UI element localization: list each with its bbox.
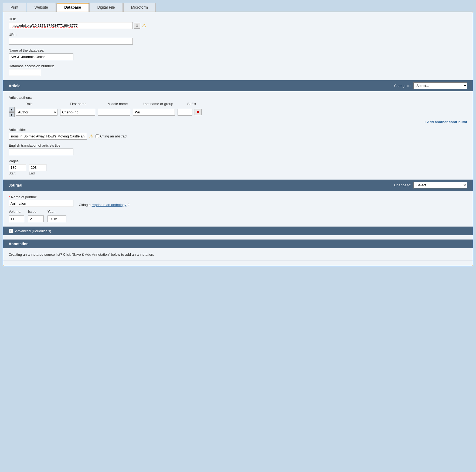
url-input[interactable] bbox=[9, 38, 133, 45]
article-section-header: Article Change to: Select... bbox=[3, 80, 473, 91]
pages-label: Pages: bbox=[9, 159, 467, 163]
contributor-lastname-input[interactable] bbox=[133, 109, 175, 116]
database-accession-group: Database accession number: bbox=[9, 64, 467, 76]
reprint-row: Citing a reprint in an anthology ? bbox=[79, 203, 129, 207]
contributor-suffix-input[interactable] bbox=[178, 109, 192, 116]
year-label: Year: bbox=[47, 210, 66, 214]
annotation-text: Creating an annotated source list? Click… bbox=[9, 252, 467, 257]
delete-contributor-button[interactable]: ✖ bbox=[195, 109, 202, 115]
article-title-group: Article title: ⚠ Citing an abstract bbox=[9, 128, 467, 140]
pages-group: Pages: Start End bbox=[9, 159, 467, 175]
url-label: URL: bbox=[9, 33, 467, 37]
col-header-suffix: Suffix bbox=[187, 102, 203, 106]
tab-microform[interactable]: Microform bbox=[123, 3, 156, 12]
database-name-group: Name of the database: bbox=[9, 48, 467, 60]
add-contributor-link[interactable]: + Add another contributor bbox=[424, 120, 467, 124]
tabs-bar: Print Website Database Digital File Micr… bbox=[3, 3, 473, 12]
issue-field: Issue: bbox=[28, 210, 44, 222]
col-header-lastname: Last name or group bbox=[143, 102, 185, 106]
contributor-role-select[interactable]: Author bbox=[16, 109, 57, 116]
doi-input[interactable] bbox=[9, 22, 133, 29]
contributor-arrows: ▲ ▼ bbox=[9, 107, 15, 117]
english-translation-group: English translation of article's title: bbox=[9, 143, 467, 155]
journal-change-to-label: Change to: bbox=[394, 183, 411, 187]
bottom-divider bbox=[3, 261, 473, 261]
required-star: * bbox=[9, 195, 10, 199]
contributor-firstname-input[interactable] bbox=[60, 109, 95, 116]
tab-database[interactable]: Database bbox=[56, 3, 89, 12]
page-start-label: Start bbox=[9, 171, 26, 175]
english-translation-input[interactable] bbox=[9, 149, 73, 155]
move-down-button[interactable]: ▼ bbox=[9, 112, 15, 117]
journal-change-to: Change to: Select... bbox=[394, 182, 467, 188]
journal-name-label: * Name of journal: bbox=[9, 195, 73, 199]
doi-label: DOI: bbox=[9, 17, 467, 21]
move-up-button[interactable]: ▲ bbox=[9, 107, 15, 112]
volume-input[interactable] bbox=[9, 215, 24, 222]
contributor-middlename-input[interactable] bbox=[98, 109, 130, 116]
journal-name-row: * Name of journal: Citing a reprint in a… bbox=[9, 195, 467, 207]
english-translation-label: English translation of article's title: bbox=[9, 143, 467, 147]
journal-name-input[interactable] bbox=[9, 200, 73, 207]
doi-group: DOI: ⊞ ⚠ bbox=[9, 17, 467, 29]
doi-warning-icon: ⚠ bbox=[141, 23, 147, 28]
page-start-field: Start bbox=[9, 164, 26, 175]
citing-abstract-checkbox[interactable] bbox=[96, 134, 99, 138]
page-end-input[interactable] bbox=[29, 164, 46, 171]
contributor-headers: Role First name Middle name Last name or… bbox=[9, 102, 467, 106]
vol-issue-year-row: Volume: Issue: Year: bbox=[9, 210, 467, 222]
advanced-plus-icon: + bbox=[9, 229, 13, 233]
database-name-label: Name of the database: bbox=[9, 48, 467, 52]
advanced-section-label: Advanced (Periodicals) bbox=[15, 229, 51, 233]
add-contributor-row: + Add another contributor bbox=[9, 120, 467, 124]
tab-website[interactable]: Website bbox=[27, 3, 56, 12]
issue-label: Issue: bbox=[28, 210, 44, 214]
page-end-label: End bbox=[29, 171, 46, 175]
page-start-input[interactable] bbox=[9, 164, 26, 171]
journal-name-label-text: Name of journal: bbox=[11, 195, 37, 199]
article-authors-group: Article authors: Role First name Middle … bbox=[9, 96, 467, 124]
col-header-middlename: Middle name bbox=[108, 102, 140, 106]
database-name-input[interactable] bbox=[9, 53, 73, 60]
tab-print[interactable]: Print bbox=[3, 3, 26, 12]
col-header-firstname: First name bbox=[70, 102, 105, 106]
contributor-row: ▲ ▼ Author ✖ bbox=[9, 107, 467, 117]
database-accession-input[interactable] bbox=[9, 69, 41, 76]
issue-input[interactable] bbox=[28, 215, 44, 222]
journal-name-group: * Name of journal: bbox=[9, 195, 73, 207]
annotation-section-header: Annotation bbox=[3, 240, 473, 248]
article-title-label: Article title: bbox=[9, 128, 467, 132]
citing-abstract-text: Citing an abstract bbox=[100, 134, 127, 138]
article-section-title: Article bbox=[9, 84, 21, 88]
tab-digital-file[interactable]: Digital File bbox=[89, 3, 123, 12]
doi-lookup-button[interactable]: ⊞ bbox=[134, 23, 140, 29]
year-input[interactable] bbox=[47, 215, 66, 222]
advanced-section-header[interactable]: + Advanced (Periodicals) bbox=[3, 227, 473, 235]
citing-abstract-label[interactable]: Citing an abstract bbox=[96, 134, 127, 138]
journal-section-header: Journal Change to: Select... bbox=[3, 180, 473, 191]
reprint-before-text: Citing a bbox=[79, 203, 91, 207]
journal-section-title: Journal bbox=[9, 183, 22, 187]
journal-change-to-select[interactable]: Select... bbox=[413, 182, 467, 188]
url-group: URL: bbox=[9, 33, 467, 45]
article-change-to: Change to: Select... bbox=[394, 82, 467, 89]
database-accession-label: Database accession number: bbox=[9, 64, 467, 68]
article-change-to-select[interactable]: Select... bbox=[413, 82, 467, 89]
article-title-input[interactable] bbox=[9, 133, 87, 140]
volume-field: Volume: bbox=[9, 210, 24, 222]
reprint-link[interactable]: reprint in an anthology bbox=[92, 203, 127, 207]
col-header-role: Role bbox=[25, 102, 67, 106]
main-content: DOI: ⊞ ⚠ URL: Name of the database: Data… bbox=[3, 12, 473, 266]
year-field: Year: bbox=[47, 210, 66, 222]
doi-row: ⊞ ⚠ bbox=[9, 22, 467, 29]
article-title-row: ⚠ Citing an abstract bbox=[9, 133, 467, 140]
annotation-section-title: Annotation bbox=[9, 242, 29, 246]
pages-row: Start End bbox=[9, 164, 467, 175]
article-change-to-label: Change to: bbox=[394, 84, 411, 88]
title-warning-icon: ⚠ bbox=[89, 133, 93, 139]
article-authors-label: Article authors: bbox=[9, 96, 467, 100]
page-end-field: End bbox=[29, 164, 46, 175]
reprint-after-text: ? bbox=[127, 203, 129, 207]
volume-label: Volume: bbox=[9, 210, 24, 214]
